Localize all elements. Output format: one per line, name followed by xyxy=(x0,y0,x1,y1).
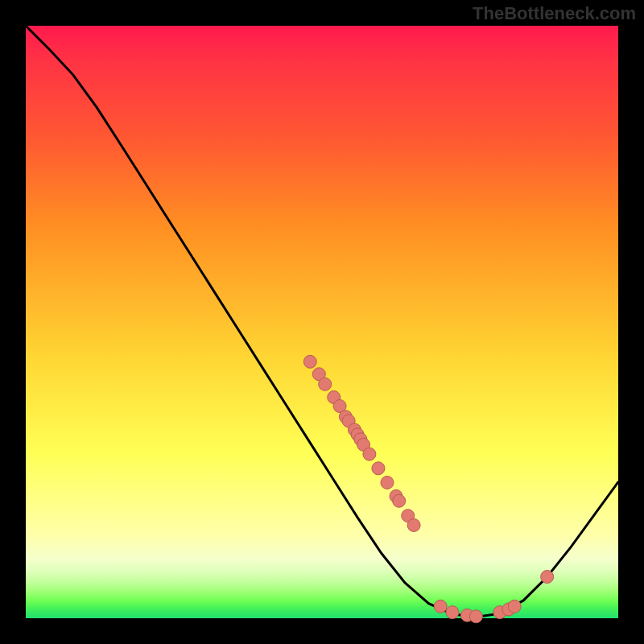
data-markers xyxy=(303,355,553,622)
plot-area xyxy=(26,26,618,618)
chart-container: TheBottleneck.com xyxy=(0,0,644,644)
data-marker xyxy=(363,448,376,460)
data-marker xyxy=(508,600,521,613)
bottleneck-curve xyxy=(26,26,618,617)
data-marker xyxy=(381,476,394,489)
data-marker xyxy=(469,610,482,623)
data-marker xyxy=(393,494,406,507)
data-marker xyxy=(541,570,554,583)
chart-svg xyxy=(26,26,618,618)
data-marker xyxy=(434,600,447,613)
watermark-text: TheBottleneck.com xyxy=(473,3,636,24)
data-marker xyxy=(407,518,420,531)
data-marker xyxy=(446,606,459,619)
data-marker xyxy=(319,378,332,390)
data-marker xyxy=(303,355,316,368)
data-marker xyxy=(372,462,385,475)
